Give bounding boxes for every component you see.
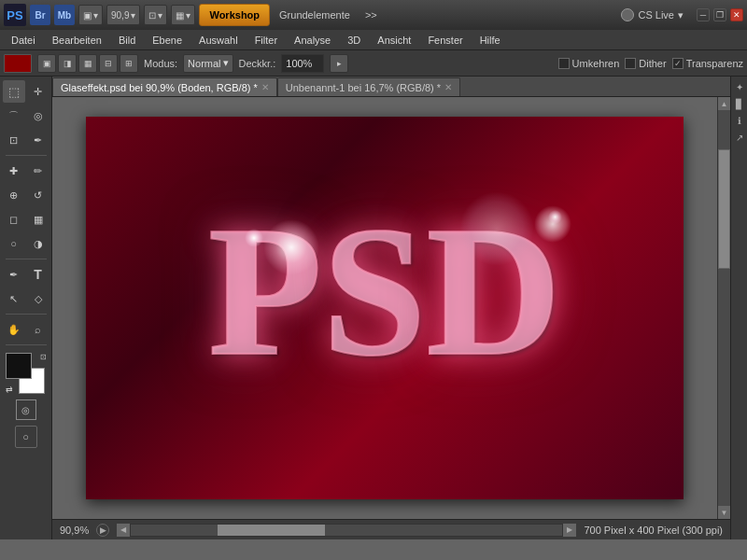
vscroll-down[interactable]: ▼: [718, 506, 730, 519]
menu-3d[interactable]: 3D: [340, 33, 368, 48]
ps-logo: PS: [4, 4, 26, 26]
vscroll-up[interactable]: ▲: [718, 97, 730, 110]
mode-icon-1[interactable]: ▣: [37, 54, 56, 73]
more-workspaces-btn[interactable]: >>: [359, 9, 383, 21]
lasso-group: ⌒ ◎: [3, 105, 49, 127]
menu-auswahl[interactable]: Auswahl: [191, 33, 246, 48]
umkehren-check: [558, 58, 570, 69]
blur-tool[interactable]: ○: [3, 232, 25, 255]
screen-mode-btn[interactable]: ⊡ ▾: [144, 5, 167, 25]
modus-value: Normal: [188, 58, 220, 69]
deckkraft-value: 100%: [286, 58, 312, 69]
tab-glaseffekt[interactable]: Glaseffekt.psd bei 90,9% (Boden, RGB/8) …: [52, 77, 277, 96]
panel-btn-4[interactable]: ↗: [733, 131, 746, 144]
close-button[interactable]: ✕: [730, 8, 743, 21]
path-group: ↖ ◇: [3, 287, 49, 310]
pen-tool[interactable]: ✒: [3, 263, 25, 286]
dodge-tool[interactable]: ◑: [27, 232, 49, 255]
path-select-tool[interactable]: ↖: [3, 287, 25, 310]
crop-tool[interactable]: ⊡: [3, 129, 25, 151]
vertical-scrollbar[interactable]: ▲ ▼: [717, 97, 730, 519]
tab-glaseffekt-close[interactable]: ✕: [261, 82, 269, 92]
menu-bearbeiten[interactable]: Bearbeiten: [45, 33, 109, 48]
modus-dropdown[interactable]: Normal ▾: [183, 54, 233, 73]
divider-3: [6, 314, 47, 315]
dither-checkbox[interactable]: Dither: [625, 58, 666, 69]
grundelemente-btn[interactable]: Grundelemente: [274, 9, 356, 21]
healing-tool[interactable]: ✚: [3, 160, 25, 182]
gradient-tool[interactable]: ▦: [27, 208, 49, 231]
quick-mask-btn[interactable]: ◎: [16, 399, 36, 420]
lasso-tool[interactable]: ⌒: [3, 105, 25, 127]
deckkraft-arrow[interactable]: ▸: [330, 54, 348, 73]
menu-datei[interactable]: Datei: [4, 33, 43, 48]
swap-colors-icon[interactable]: ⇄: [6, 385, 13, 394]
rectangular-marquee-tool[interactable]: ⬚: [3, 80, 25, 103]
history-brush-tool[interactable]: ↺: [27, 184, 49, 206]
foreground-background-colors: ⇄ ⊡: [6, 353, 47, 394]
mini-bridge-badge[interactable]: Mb: [54, 5, 75, 25]
letter-s: S: [322, 184, 426, 398]
eraser-tool[interactable]: ◻: [3, 208, 25, 231]
divider-1: [6, 155, 47, 156]
deckkraft-input[interactable]: 100%: [281, 54, 324, 73]
status-info-icon[interactable]: ▶: [96, 524, 109, 537]
text-tool[interactable]: T: [27, 263, 49, 286]
menu-filter[interactable]: Filter: [247, 33, 285, 48]
ellipse-tool[interactable]: ○: [15, 426, 37, 448]
brush-tool[interactable]: ✏: [27, 160, 49, 182]
mode-icon-4[interactable]: ⊟: [99, 54, 118, 73]
ellipse-group: ○: [15, 426, 37, 448]
hand-tool[interactable]: ✋: [3, 318, 25, 341]
menu-fenster[interactable]: Fenster: [420, 33, 470, 48]
panel-btn-2[interactable]: ▊: [733, 97, 746, 110]
panel-btn-1[interactable]: ✦: [733, 80, 746, 93]
transparenz-checkbox[interactable]: ✓ Transparenz: [672, 58, 743, 69]
menu-ansicht[interactable]: Ansicht: [370, 33, 418, 48]
grundelemente-label: Grundelemente: [279, 9, 350, 21]
mode-icon-5[interactable]: ⊞: [120, 54, 138, 73]
quick-select-tool[interactable]: ◎: [27, 105, 49, 127]
canvas[interactable]: P S D PSD: [86, 117, 684, 499]
menu-ebene[interactable]: Ebene: [145, 33, 190, 48]
color-swatch[interactable]: [4, 54, 32, 73]
document-view-btn[interactable]: ▣ ▾: [78, 5, 103, 25]
hscroll-left[interactable]: ◀: [117, 524, 130, 537]
tab-unbenannt[interactable]: Unbenannt-1 bei 16,7% (RGB/8) * ✕: [277, 77, 460, 96]
canvas-area[interactable]: P S D PSD: [52, 97, 717, 519]
foreground-color-swatch[interactable]: [6, 353, 32, 379]
zoom-btn[interactable]: 90,9 ▾: [106, 5, 140, 25]
hscroll-right[interactable]: ▶: [563, 524, 576, 537]
default-colors-icon[interactable]: ⊡: [40, 353, 47, 361]
mode-icon-3[interactable]: ▦: [78, 54, 97, 73]
mode-icon-2[interactable]: ◨: [58, 54, 77, 73]
clone-tool[interactable]: ⊕: [3, 184, 25, 206]
hscroll-thumb[interactable]: [218, 525, 326, 536]
eraser-group: ◻ ▦: [3, 208, 49, 231]
shape-tool[interactable]: ◇: [27, 287, 49, 310]
menu-hilfe[interactable]: Hilfe: [472, 33, 508, 48]
move-tool[interactable]: ✛: [27, 80, 49, 103]
divider-2: [6, 259, 47, 259]
vscroll-track[interactable]: [718, 110, 730, 506]
doc-icon: ▣: [83, 10, 92, 21]
vscroll-thumb[interactable]: [718, 149, 730, 268]
bridge-badge[interactable]: Br: [30, 5, 50, 25]
restore-button[interactable]: ❐: [713, 8, 726, 21]
horizontal-scrollbar[interactable]: [130, 524, 563, 537]
umkehren-checkbox[interactable]: Umkehren: [558, 58, 620, 69]
workspace-button[interactable]: Workshop: [199, 4, 270, 26]
zoom-tool[interactable]: ⌕: [27, 318, 49, 341]
layout-btn[interactable]: ▦ ▾: [171, 5, 195, 25]
minimize-button[interactable]: ─: [697, 8, 710, 21]
cslive-area[interactable]: CS Live ▾: [621, 8, 684, 21]
toolbar: ⬚ ✛ ⌒ ◎ ⊡ ✒ ✚ ✏ ⊕ ↺ ◻ ▦ ○ ◑ ✒: [0, 77, 52, 539]
deckkraft-label: Deckkr.:: [239, 58, 276, 69]
doc-arrow: ▾: [93, 10, 98, 21]
eyedropper-tool[interactable]: ✒: [27, 129, 49, 151]
menu-analyse[interactable]: Analyse: [287, 33, 338, 48]
menu-bild[interactable]: Bild: [111, 33, 143, 48]
tab-unbenannt-close[interactable]: ✕: [444, 82, 452, 92]
panel-btn-3[interactable]: ℹ: [733, 114, 746, 127]
blur-group: ○ ◑: [3, 232, 49, 255]
